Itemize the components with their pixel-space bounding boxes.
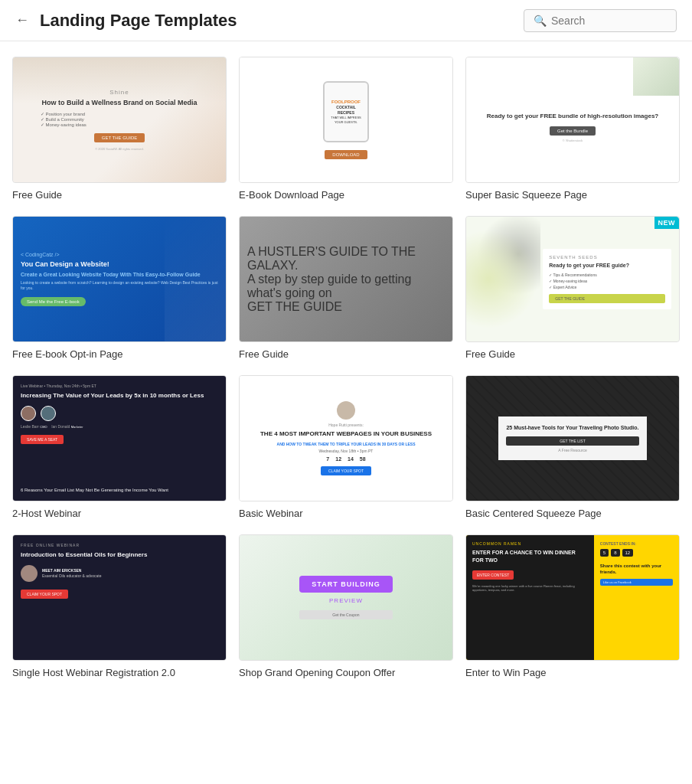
template-label-ebook-download: E-Book Download Page <box>239 189 453 201</box>
template-thumb-camera-squeeze: 25 Must-have Tools for Your Traveling Ph… <box>465 375 680 501</box>
template-label-nature-guide: Free Guide <box>465 348 680 360</box>
template-thumb-basic-webinar: Hope Rutti presents: THE 4 MOST IMPORTAN… <box>239 375 453 501</box>
template-label-shop-opening: Shop Grand Opening Coupon Offer <box>239 667 453 678</box>
template-card-super-basic-squeeze[interactable]: Ready to get your FREE bundle of high-re… <box>465 57 680 201</box>
template-card-ebook-download[interactable]: FOOLPROOF COCKTAIL RECIPES THAT WILL IMP… <box>239 57 453 201</box>
template-thumb-nature-guide: SEVENTH SEEDS Ready to get your FREE gui… <box>465 216 680 342</box>
header: ← Landing Page Templates 🔍 <box>0 0 692 41</box>
template-thumb-webinar-2host: Live Webinar • Thursday, Nov 24th • 5pm … <box>12 375 227 501</box>
new-badge: NEW <box>654 217 680 229</box>
template-label-free-ebook-optin: Free E-book Opt-in Page <box>12 348 227 360</box>
back-button[interactable]: ← <box>15 12 29 28</box>
template-label-basic-webinar: Basic Webinar <box>239 508 453 519</box>
template-thumb-hustler-guide: A HUSTLER'S GUIDE TO THE GALAXY. A step … <box>239 216 453 342</box>
template-card-free-ebook-optin[interactable]: < CodingCatz /> You Can Design a Website… <box>12 216 227 360</box>
template-thumb-single-host-webinar: FREE ONLINE WEBINAR Introduction to Esse… <box>12 534 227 661</box>
template-card-single-host-webinar[interactable]: FREE ONLINE WEBINAR Introduction to Esse… <box>12 534 227 678</box>
template-label-single-host-webinar: Single Host Webinar Registration 2.0 <box>12 667 227 678</box>
template-card-hustler-guide[interactable]: A HUSTLER'S GUIDE TO THE GALAXY. A step … <box>239 216 453 360</box>
template-thumb-ebook-download: FOOLPROOF COCKTAIL RECIPES THAT WILL IMP… <box>239 57 453 183</box>
template-card-shop-opening[interactable]: START BUILDING PREVIEW Get the Coupon Sh… <box>239 534 453 678</box>
back-icon: ← <box>15 12 29 28</box>
template-label-super-basic-squeeze: Super Basic Squeeze Page <box>465 189 680 201</box>
template-card-nature-guide[interactable]: SEVENTH SEEDS Ready to get your FREE gui… <box>465 216 680 360</box>
template-card-contest[interactable]: UNCOMMON RAMEN ENTER FOR A CHANCE TO WIN… <box>465 534 680 678</box>
template-label-free-guide-1: Free Guide <box>12 189 227 201</box>
template-card-webinar-2host[interactable]: Live Webinar • Thursday, Nov 24th • 5pm … <box>12 375 227 519</box>
template-card-basic-webinar[interactable]: Hope Rutti presents: THE 4 MOST IMPORTAN… <box>239 375 453 519</box>
template-card-camera-squeeze[interactable]: 25 Must-have Tools for Your Traveling Ph… <box>465 375 680 519</box>
template-thumb-free-guide-1: Shine How to Build a Wellness Brand on S… <box>12 57 227 183</box>
template-label-hustler-guide: Free Guide <box>239 348 453 360</box>
search-icon: 🔍 <box>534 15 547 27</box>
template-label-contest: Enter to Win Page <box>465 667 680 678</box>
template-label-webinar-2host: 2-Host Webinar <box>12 508 227 519</box>
template-thumb-contest: UNCOMMON RAMEN ENTER FOR A CHANCE TO WIN… <box>465 534 680 661</box>
template-thumb-free-ebook-optin: < CodingCatz /> You Can Design a Website… <box>12 216 227 342</box>
search-box[interactable]: 🔍 <box>524 9 677 32</box>
search-input[interactable] <box>551 15 667 27</box>
template-thumb-super-basic-squeeze: Ready to get your FREE bundle of high-re… <box>465 57 680 183</box>
template-card-free-guide-1[interactable]: Shine How to Build a Wellness Brand on S… <box>12 57 227 201</box>
template-thumb-shop-opening: START BUILDING PREVIEW Get the Coupon <box>239 534 453 661</box>
template-grid: Shine How to Build a Wellness Brand on S… <box>0 41 692 694</box>
page-title: Landing Page Templates <box>40 11 524 31</box>
template-label-camera-squeeze: Basic Centered Squeeze Page <box>465 508 680 519</box>
